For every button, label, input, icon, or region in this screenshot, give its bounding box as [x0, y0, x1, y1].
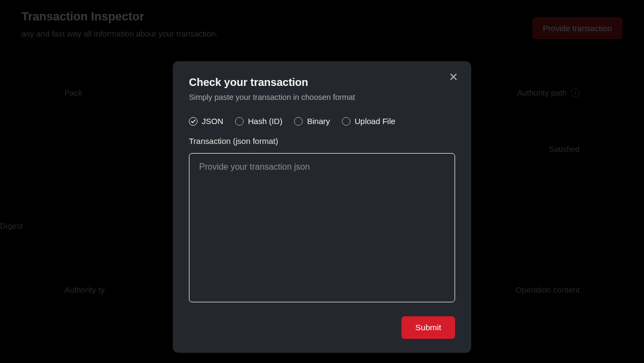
radio-hash[interactable]: Hash (ID): [235, 117, 282, 126]
modal-subtitle: Simply paste your transaction in choosen…: [189, 93, 455, 101]
format-radio-group: JSON Hash (ID) Binary Upload File: [189, 117, 455, 126]
transaction-textarea[interactable]: [189, 153, 455, 302]
radio-binary[interactable]: Binary: [294, 117, 330, 126]
modal-footer: Submit: [189, 316, 455, 339]
radio-circle-icon: [189, 117, 197, 126]
transaction-field-label: Transaction (json format): [189, 136, 455, 146]
radio-circle-icon: [235, 117, 244, 126]
radio-circle-icon: [294, 117, 303, 126]
radio-hash-label: Hash (ID): [248, 117, 282, 126]
radio-circle-icon: [342, 117, 350, 126]
check-transaction-modal: Check your transaction Simply paste your…: [173, 61, 471, 353]
radio-upload-file[interactable]: Upload File: [342, 117, 396, 126]
radio-json-label: JSON: [202, 117, 223, 126]
close-icon: [450, 73, 457, 81]
modal-title: Check your transaction: [189, 76, 455, 89]
radio-upload-label: Upload File: [355, 117, 396, 126]
submit-button[interactable]: Submit: [401, 316, 455, 339]
modal-overlay: Check your transaction Simply paste your…: [0, 0, 644, 363]
radio-binary-label: Binary: [307, 117, 330, 126]
check-icon: [191, 119, 196, 124]
radio-json[interactable]: JSON: [189, 117, 223, 126]
close-button[interactable]: [447, 70, 460, 84]
